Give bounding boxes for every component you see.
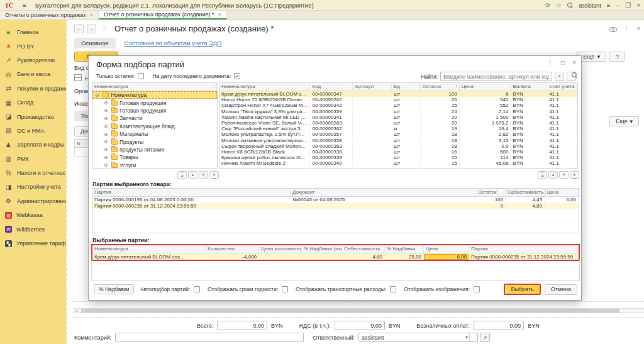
updates-icon[interactable]: ⟳ xyxy=(545,2,550,9)
tree-item[interactable]: ⊕Товары xyxy=(92,153,217,161)
collapse-icon[interactable]: ⊖ xyxy=(95,92,101,98)
sidebar-item-glavnoe[interactable]: ≡Главное xyxy=(0,25,66,39)
col-header-account[interactable]: Счет учета xyxy=(547,83,577,91)
sidebar-item-nalogi[interactable]: %Налоги и отчетность xyxy=(0,166,66,180)
sidebar-item-rukovoditelyu[interactable]: ↗Руководителю xyxy=(0,53,66,67)
sidebar-item-nastroyki-ucheta[interactable]: ◨Настройки учета xyxy=(0,180,66,194)
horizontal-scrollbar[interactable]: ◂ ▸ xyxy=(74,308,644,313)
col-header-quantity[interactable]: Количество xyxy=(206,245,259,253)
chevron-down-icon[interactable]: ▾ xyxy=(465,335,468,340)
expand-icon[interactable]: ⊕ xyxy=(104,100,109,106)
total-input[interactable] xyxy=(217,321,267,330)
sidebar-item-os-nma[interactable]: ▤ОС и НМА xyxy=(0,124,66,138)
go-up-button[interactable]: ▲ xyxy=(188,171,197,179)
back-button[interactable]: ← xyxy=(74,25,84,33)
settings-icon[interactable]: ≡ xyxy=(607,2,611,9)
scroll-left-icon[interactable]: ◂ xyxy=(75,308,77,313)
expand-icon[interactable]: ⊕ xyxy=(104,139,109,145)
dialog-close-icon[interactable]: × xyxy=(572,59,576,66)
clear-search-icon[interactable]: × xyxy=(555,72,564,81)
favorite-star-icon[interactable]: ☆ xyxy=(102,25,108,33)
tree-item[interactable]: ⊕Готовая продукция xyxy=(92,99,217,106)
col-header-price[interactable]: Цена xyxy=(460,83,511,91)
table-row[interactable]: Ночник Xiaomi Mi Bedside 200-00000340шт1… xyxy=(219,160,577,166)
only-remainders-checkbox[interactable] xyxy=(138,73,144,79)
col-header-code[interactable]: Код xyxy=(310,83,353,91)
tree-item[interactable]: ⊕Комплектующие блюд. xyxy=(92,123,217,130)
autoselect-checkbox[interactable] xyxy=(194,286,200,292)
go-up-button[interactable]: ▲ xyxy=(548,171,558,179)
table-row[interactable]: Молоко ультрапастер. 2,5% бут.ПЭТ 1,45л … xyxy=(219,131,577,137)
col-header-maker-markup[interactable]: % Надбавки (изг.) xyxy=(302,245,342,253)
go-top-button[interactable]: ▲ xyxy=(538,171,547,179)
tab-reports-list[interactable]: Отчеты о розничных продажах × xyxy=(0,11,99,19)
go-down-button[interactable]: ▼ xyxy=(199,171,208,179)
dialog-more-icon[interactable]: ⋮ xyxy=(547,59,553,66)
table-row[interactable]: Молоко "Твоя кружка" 3,9% ультрапастер. … xyxy=(219,109,577,114)
sidebar-item-pokupki-prodazhi[interactable]: ⇄Покупки и продажи xyxy=(0,82,66,96)
sidebar-item-wildberries[interactable]: WWildberries xyxy=(0,222,66,236)
go-bottom-button[interactable]: ▼ xyxy=(209,171,219,179)
table-row[interactable]: Honor X8 6GB/128GB Black00-00000336шт165… xyxy=(219,149,577,155)
tree-item[interactable]: ⊕Материалы xyxy=(92,130,217,138)
main-menu-icon[interactable]: ≡ xyxy=(22,1,26,9)
col-header-article[interactable]: Артикул xyxy=(353,83,392,91)
tree-item[interactable]: ⊕Продукты xyxy=(92,138,217,145)
get-link-icon[interactable] xyxy=(609,27,616,31)
table-row[interactable]: Робот-пылесос Viomi SE, белый V-RVCLM21A… xyxy=(219,120,577,126)
table-row[interactable]: Xiaomi Лампа настольная Mi LED Desk Lamp… xyxy=(219,114,577,120)
markups-button[interactable]: % Надбавки xyxy=(94,284,134,294)
cashless-input[interactable] xyxy=(474,321,524,330)
vat-input[interactable] xyxy=(335,321,385,330)
col-header-price[interactable]: Цена xyxy=(545,189,579,196)
forward-button[interactable]: → xyxy=(87,25,96,33)
tab-edo-states[interactable]: Состояния по объектам учета ЭДО xyxy=(125,40,222,47)
col-header-remainder[interactable]: Остаток↑ xyxy=(421,83,460,91)
number-grid-icon[interactable] xyxy=(74,74,82,81)
show-transport-checkbox[interactable] xyxy=(390,286,396,292)
col-header-price[interactable]: Цена xyxy=(424,245,469,253)
goods-more-button[interactable]: Еще▾ xyxy=(609,116,639,126)
current-user[interactable]: assistant xyxy=(579,3,601,9)
expand-icon[interactable]: ⊕ xyxy=(104,108,109,113)
tree-item[interactable]: ⊕продукты питания xyxy=(92,146,217,153)
open-responsible-icon[interactable]: ↗ xyxy=(480,333,490,342)
chosen-table-empty-area[interactable] xyxy=(91,260,580,280)
advanced-search-button[interactable] xyxy=(567,72,576,81)
sidebar-item-sklad[interactable]: ▦Склад xyxy=(0,96,66,109)
sidebar-item-rmk[interactable]: ▥РМК xyxy=(0,152,66,166)
comment-input[interactable] xyxy=(115,333,304,342)
tab-report-new[interactable]: Отчет о розничных продажах (создание) * … xyxy=(99,11,227,19)
select-button[interactable]: Выбрать xyxy=(504,284,540,295)
col-header-nomenclature[interactable]: Номенклатура xyxy=(92,245,206,253)
tree-item-root[interactable]: ⊖Номенклатура xyxy=(92,91,217,99)
sidebar-item-proizvodstvo[interactable]: ◪Производство xyxy=(0,109,66,123)
expand-icon[interactable]: ⊕ xyxy=(104,116,109,121)
table-row[interactable]: Крем д/рук питательный BLOOM cosmetics г… xyxy=(219,91,577,97)
help-button[interactable]: ? xyxy=(609,52,625,62)
col-header-batch[interactable]: Партия xyxy=(92,189,291,196)
col-header-document[interactable]: Документ xyxy=(291,189,476,196)
document-more-icon[interactable]: ⋮ xyxy=(623,25,630,32)
col-header-markup[interactable]: % Надбавки xyxy=(385,245,424,253)
col-header-maker-price[interactable]: Цена изготовителя xyxy=(259,245,302,253)
minimize-button[interactable]: – xyxy=(616,2,620,9)
expand-icon[interactable]: ⊕ xyxy=(104,155,109,160)
tree-item[interactable]: ⊕Запчасти xyxy=(92,114,217,122)
on-last-doc-checkbox[interactable]: ✓ xyxy=(234,73,240,79)
dialog-maximize-icon[interactable]: □ xyxy=(561,59,565,66)
tab-close-icon[interactable]: × xyxy=(218,11,221,18)
expand-icon[interactable]: ⊕ xyxy=(104,147,109,152)
close-button[interactable]: × xyxy=(636,2,640,9)
go-top-button[interactable]: ▲ xyxy=(177,171,187,179)
sidebar-item-upravlenie-tarifom[interactable]: ▚Управление тарифом xyxy=(0,236,66,250)
sidebar-item-webkassa[interactable]: ▥Webkassa xyxy=(0,208,66,222)
expand-icon[interactable]: ⊕ xyxy=(104,162,109,168)
cancel-button[interactable]: Отмена xyxy=(545,284,577,295)
col-header-currency[interactable]: Валюта xyxy=(511,83,547,91)
table-row[interactable]: Крышка щетки робот-пылесоса Xiaomi Mi Ro… xyxy=(219,155,577,160)
tree-item[interactable]: ⊕Услуги xyxy=(92,162,217,169)
expand-icon[interactable]: ⊕ xyxy=(104,123,109,129)
document-close-icon[interactable]: × xyxy=(636,25,640,32)
tree-header[interactable]: Номенклатура↓ xyxy=(92,83,217,91)
